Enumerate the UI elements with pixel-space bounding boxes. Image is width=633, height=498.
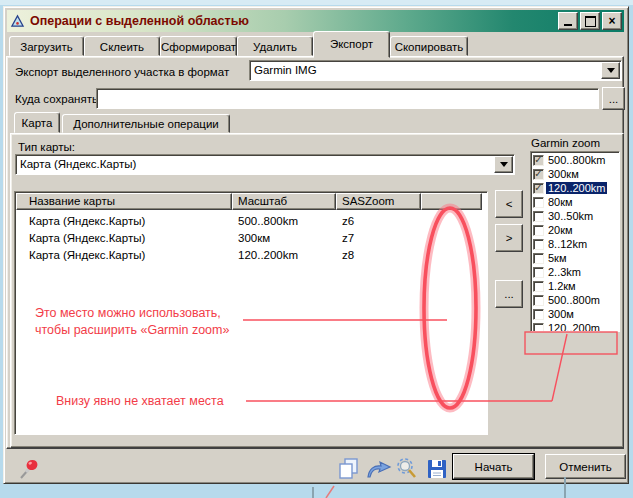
garmin-zoom-item[interactable]: ✓ 120..200km bbox=[531, 181, 619, 195]
column-header-scale[interactable]: Масштаб bbox=[232, 193, 336, 210]
column-header-name[interactable]: Название карты bbox=[16, 193, 232, 210]
checkbox-icon[interactable] bbox=[533, 197, 544, 208]
tab-sformirovat[interactable]: Сформировать bbox=[160, 36, 237, 56]
garmin-zoom-item[interactable]: 8..12km bbox=[531, 237, 619, 251]
garmin-zoom-item-label: 5км bbox=[546, 252, 569, 264]
minimize-button[interactable] bbox=[558, 12, 578, 30]
background-artifact-line bbox=[326, 486, 334, 498]
garmin-zoom-item-label: 300км bbox=[546, 168, 581, 180]
cell-scale: 120..200km bbox=[233, 247, 337, 264]
export-format-combobox[interactable]: Garmin IMG bbox=[249, 60, 622, 81]
column-header-saszoom[interactable]: SASZoom bbox=[336, 193, 421, 210]
garmin-zoom-item-label: 8..12km bbox=[546, 238, 589, 250]
tab-label: Экспорт bbox=[330, 38, 373, 50]
subtab-dopolnitelnye[interactable]: Дополнительные операции bbox=[62, 114, 230, 133]
minimize-icon bbox=[564, 24, 572, 26]
app-logo-icon bbox=[10, 14, 25, 29]
curved-arrow-icon[interactable] bbox=[365, 458, 392, 479]
checkbox-icon[interactable] bbox=[533, 211, 544, 222]
tab-zagruzit[interactable]: Загрузить bbox=[9, 36, 84, 56]
garmin-zoom-item[interactable]: 80км bbox=[531, 195, 619, 209]
cell-scale: 300км bbox=[233, 230, 337, 247]
close-button[interactable]: × bbox=[602, 12, 622, 30]
window-title: Операции с выделенной областью bbox=[30, 14, 556, 28]
garmin-zoom-item-label: 120..200km bbox=[546, 182, 607, 194]
checkbox-icon[interactable] bbox=[533, 253, 544, 264]
move-left-button[interactable]: < bbox=[495, 190, 523, 218]
save-path-input[interactable] bbox=[96, 88, 599, 109]
table-row[interactable]: Карта (Яндекс.Карты) 500..800km z6 bbox=[17, 213, 485, 230]
tab-skleit[interactable]: Склеить bbox=[84, 36, 160, 56]
title-bar[interactable]: Операции с выделенной областью × bbox=[7, 10, 624, 32]
garmin-zoom-item-label: 500..800km bbox=[546, 154, 607, 166]
layers-table: Название карты Масштаб SASZoom Карта (Ян… bbox=[14, 191, 488, 435]
garmin-zoom-item-label: 2..3km bbox=[546, 266, 583, 278]
cancel-button[interactable]: Отменить bbox=[545, 454, 626, 479]
checkbox-icon[interactable] bbox=[533, 323, 544, 333]
garmin-zoom-item[interactable]: ✓ 500..800km bbox=[531, 153, 619, 167]
garmin-zoom-label: Garmin zoom bbox=[531, 137, 600, 149]
map-type-combobox[interactable]: Карта (Яндекс.Карты) bbox=[15, 154, 515, 175]
chevron-down-icon bbox=[607, 68, 615, 73]
export-format-value: Garmin IMG bbox=[249, 60, 622, 81]
garmin-zoom-item-label: 1.2км bbox=[546, 280, 578, 292]
checkbox-icon[interactable] bbox=[533, 239, 544, 250]
close-icon: × bbox=[608, 15, 615, 27]
tab-udalit[interactable]: Удалить bbox=[237, 36, 313, 56]
checkbox-icon[interactable] bbox=[533, 225, 544, 236]
checkbox-icon[interactable] bbox=[533, 309, 544, 320]
garmin-zoom-item[interactable]: 500..800m bbox=[531, 293, 619, 307]
check-icon: ✓ bbox=[534, 155, 542, 165]
cell-map-name: Карта (Яндекс.Карты) bbox=[17, 230, 233, 247]
tab-label: Сформировать bbox=[161, 41, 237, 53]
garmin-zoom-item-label: 500..800m bbox=[546, 294, 602, 306]
tab-skopirovat[interactable]: Скопировать bbox=[390, 36, 468, 56]
garmin-zoom-item[interactable]: ✓ 300км bbox=[531, 167, 619, 181]
checkbox-icon[interactable] bbox=[533, 295, 544, 306]
garmin-zoom-item[interactable]: 5км bbox=[531, 251, 619, 265]
garmin-zoom-item-label: 20км bbox=[546, 224, 575, 236]
browse-button[interactable]: ... bbox=[602, 87, 625, 110]
checkbox-icon[interactable] bbox=[533, 281, 544, 292]
chevron-down-icon bbox=[500, 162, 508, 167]
main-tab-strip: Загрузить Склеить Сформировать Удалить Э… bbox=[9, 33, 623, 56]
start-button[interactable]: Начать bbox=[453, 454, 534, 479]
tab-label: Удалить bbox=[253, 41, 297, 53]
operations-dialog: Операции с выделенной областью × Загрузи… bbox=[3, 6, 629, 484]
checkbox-icon[interactable] bbox=[533, 267, 544, 278]
garmin-zoom-list[interactable]: ✓ 500..800km ✓ 300км ✓ 120..200km 80км bbox=[530, 151, 620, 332]
garmin-zoom-item-label: 120..200m bbox=[546, 322, 602, 332]
save-path-label: Куда сохранять: bbox=[15, 93, 101, 105]
garmin-zoom-item[interactable]: 300м bbox=[531, 307, 619, 321]
move-right-button[interactable]: > bbox=[495, 224, 523, 252]
garmin-zoom-item[interactable]: 120..200m bbox=[531, 321, 619, 332]
column-header-empty[interactable] bbox=[421, 193, 482, 210]
table-row[interactable]: Карта (Яндекс.Карты) 120..200km z8 bbox=[17, 247, 485, 264]
save-icon[interactable] bbox=[427, 459, 447, 479]
cell-map-name: Карта (Яндекс.Карты) bbox=[17, 247, 233, 264]
checkbox-checked-icon[interactable]: ✓ bbox=[533, 155, 544, 166]
layers-table-header: Название карты Масштаб SASZoom bbox=[16, 193, 486, 210]
zoom-selection-icon[interactable] bbox=[395, 457, 421, 480]
screenshot-root: { "window": { "title": "Операции с выдел… bbox=[0, 0, 633, 498]
background-strip bbox=[0, 0, 633, 5]
checkbox-checked-icon[interactable]: ✓ bbox=[533, 169, 544, 180]
combobox-drop-button[interactable] bbox=[494, 156, 513, 173]
maximize-button[interactable] bbox=[580, 12, 600, 30]
combobox-drop-button[interactable] bbox=[601, 62, 620, 79]
map-type-label: Тип карты: bbox=[18, 141, 75, 153]
garmin-zoom-item[interactable]: 1.2км bbox=[531, 279, 619, 293]
garmin-zoom-item[interactable]: 2..3km bbox=[531, 265, 619, 279]
garmin-zoom-item[interactable]: 20км bbox=[531, 223, 619, 237]
subtab-label: Дополнительные операции bbox=[73, 118, 218, 130]
tab-eksport[interactable]: Экспорт bbox=[313, 31, 390, 58]
copy-icon[interactable] bbox=[338, 458, 360, 479]
table-row[interactable]: Карта (Яндекс.Карты) 300км z7 bbox=[17, 230, 485, 247]
more-options-button[interactable]: ... bbox=[495, 280, 523, 308]
maximize-icon bbox=[585, 16, 596, 27]
export-tab-page: Экспорт выделенного участка в формат Gar… bbox=[6, 56, 624, 449]
checkbox-checked-icon[interactable]: ✓ bbox=[533, 183, 544, 194]
garmin-zoom-item[interactable]: 30..50km bbox=[531, 209, 619, 223]
subtab-karta[interactable]: Карта bbox=[14, 112, 60, 133]
pushpin-icon[interactable] bbox=[17, 457, 41, 481]
